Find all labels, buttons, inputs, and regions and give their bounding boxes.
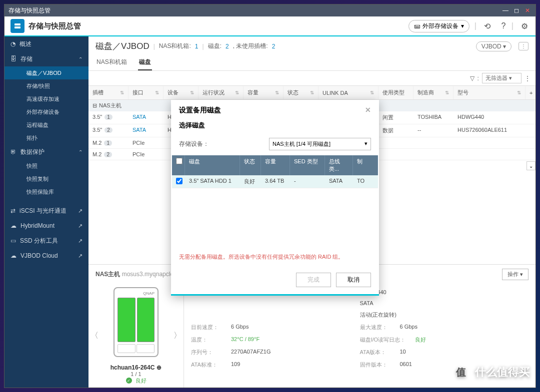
minimize-button[interactable]: —	[502, 7, 510, 14]
settings-button[interactable]: ⚙	[520, 21, 530, 31]
sidebar-data-protect[interactable]: ⛨数据保护⌃	[4, 144, 88, 159]
sidebar-ssd-tool[interactable]: ▭SSD 分析工具↗	[4, 233, 88, 248]
sidebar-storage-snapshot[interactable]: 存储/快照	[4, 79, 88, 92]
sidebar-storage[interactable]: 🗄存储⌃	[4, 51, 88, 66]
tab-disk[interactable]: 磁盘	[138, 55, 152, 70]
add-column-button[interactable]: +	[526, 86, 536, 99]
more-button[interactable]: ⋮	[518, 42, 528, 50]
cloud-icon: ☁	[10, 252, 16, 259]
sidebar-remote-disk[interactable]: 远程磁盘	[4, 118, 88, 131]
search-icon[interactable]: ⊕	[156, 364, 162, 371]
breadcrumb: 磁盘／VJBOD | NAS和机箱:1 | 磁盘:2, 未使用插槽:2 VJBO…	[88, 36, 536, 52]
filter-select[interactable]: 无筛选器 ▾	[482, 73, 522, 83]
app-icon	[10, 19, 24, 33]
modal-title: 设置备用磁盘	[179, 106, 221, 115]
tabs: NAS和机箱 磁盘	[88, 52, 536, 71]
nas-status: ✓良好	[126, 377, 146, 385]
filter-icon[interactable]: ▽	[470, 75, 474, 82]
bay-1[interactable]	[118, 298, 136, 342]
chevron-down-icon: ▾	[461, 22, 464, 29]
refresh-button[interactable]: ⟲	[482, 21, 492, 31]
sidebar: ◔概述 🗄存储⌃ 磁盘／VJBOD 存储/快照 高速缓存加速 外部存储设备 远程…	[4, 36, 88, 388]
tab-nas-chassis[interactable]: NAS和机箱	[96, 55, 128, 70]
help-button[interactable]: ?	[498, 21, 508, 31]
chevron-up-icon: ⌃	[78, 56, 82, 62]
modal-disk-table: 磁盘 状态 容量 SED 类型 总线类... 制 3.5" SATA HDD 1…	[172, 155, 378, 248]
nas-name: hchuan16-264C⊕	[110, 364, 162, 371]
bay-2[interactable]	[137, 298, 155, 342]
sidebar-vjbod-cloud[interactable]: ☁VJBOD Cloud↗	[4, 248, 88, 263]
watermark: 值 什么值得买	[451, 362, 530, 382]
titlebar: 存储与快照总管 — ◻ ✕	[4, 4, 536, 16]
external-link-icon: ↗	[78, 223, 82, 229]
chevron-down-icon: ▾	[364, 140, 368, 148]
external-link-icon: ↗	[78, 208, 82, 214]
filter-bar: ▽: 无筛选器 ▾ ⋮	[88, 71, 536, 86]
external-storage-icon: 🖴	[414, 22, 420, 29]
sidebar-snapshot[interactable]: 快照	[4, 159, 88, 172]
header-title: 存储与快照总管	[28, 21, 81, 31]
select-all-checkbox[interactable]	[176, 158, 182, 164]
header: 存储与快照总管 🖴 外部存储设备 ▾ | ⟲ ? | ⚙	[4, 16, 536, 36]
sidebar-iscsi[interactable]: ⇄iSCSI 与光纤通道↗	[4, 203, 88, 218]
close-button[interactable]: ✕	[524, 7, 532, 14]
chevron-up-icon: ⌃	[78, 149, 82, 155]
link-icon: ⇄	[10, 207, 16, 214]
filter-more[interactable]: ⋮	[524, 75, 530, 82]
breadcrumb-path: 磁盘／VJBOD	[96, 40, 150, 52]
modal-warning: 无需分配备用磁盘。所选设备中没有任何提供冗余功能的 RAID 组。	[171, 248, 379, 266]
external-link-icon: ↗	[78, 253, 82, 259]
external-link-icon: ↗	[78, 238, 82, 244]
storage-icon: 🗄	[10, 55, 16, 62]
sidebar-hybridmount[interactable]: ☁HybridMount↗	[4, 218, 88, 233]
prev-nas-button[interactable]: 〈	[90, 331, 98, 341]
modal-close-button[interactable]: ✕	[365, 106, 371, 115]
svg-rect-0	[14, 23, 20, 25]
shield-icon: ⛨	[10, 148, 16, 155]
modal-table-row[interactable]: 3.5" SATA HDD 1 良好 3.64 TB - SATA TO	[172, 175, 378, 188]
vjbod-button[interactable]: VJBOD ▾	[476, 41, 512, 51]
sidebar-overview[interactable]: ◔概述	[4, 36, 88, 51]
window-title: 存储与快照总管	[8, 6, 50, 15]
row-checkbox[interactable]	[176, 178, 182, 184]
done-button: 完成	[296, 273, 331, 287]
sidebar-topology[interactable]: 拓扑	[4, 131, 88, 144]
sidebar-snapshot-vault[interactable]: 快照保险库	[4, 185, 88, 198]
ssd-icon: ▭	[10, 237, 16, 244]
maximize-button[interactable]: ◻	[512, 7, 520, 14]
cloud-icon: ☁	[10, 222, 16, 229]
next-nas-button[interactable]: 〉	[174, 331, 182, 341]
sidebar-snapshot-copy[interactable]: 快照复制	[4, 172, 88, 185]
external-storage-button[interactable]: 🖴 外部存储设备 ▾	[408, 20, 470, 32]
nas-illustration: QNAP	[114, 287, 158, 357]
storage-device-select[interactable]: NAS主机 [1/4 可用磁盘]▾	[269, 138, 371, 150]
cancel-button[interactable]: 取消	[336, 273, 371, 287]
modal-subtitle: 选择磁盘	[171, 119, 379, 136]
sidebar-disk-vjbod[interactable]: 磁盘／VJBOD	[4, 66, 88, 79]
sidebar-cache-accel[interactable]: 高速缓存加速	[4, 92, 88, 105]
spare-disk-modal: 设置备用磁盘✕ 选择磁盘 存储设备： NAS主机 [1/4 可用磁盘]▾ 磁盘 …	[171, 100, 379, 296]
watermark-icon: 值	[451, 362, 471, 382]
gauge-icon: ◔	[10, 40, 16, 47]
operation-button[interactable]: 操作 ▾	[502, 269, 528, 280]
sidebar-ext-storage[interactable]: 外部存储设备	[4, 105, 88, 118]
collapse-button[interactable]: ⌄	[526, 161, 536, 170]
nas-view: 〈 〉 QNAP hchuan16-264C⊕ 1 / 1 ✓良好	[88, 284, 184, 388]
svg-rect-1	[14, 26, 20, 28]
